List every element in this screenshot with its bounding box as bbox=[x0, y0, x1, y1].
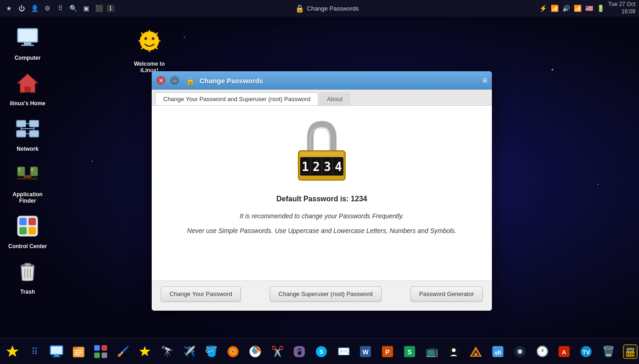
svg-rect-30 bbox=[25, 263, 30, 266]
power-icon[interactable]: ⏻ bbox=[17, 3, 27, 13]
app-finder-icon[interactable]: Application Finder bbox=[5, 159, 51, 207]
grid-icon[interactable]: ⠿ bbox=[55, 3, 65, 13]
taskbar-app-settings[interactable] bbox=[90, 341, 111, 362]
dialog-buttons: Change Your Password Change Superuser (r… bbox=[152, 280, 492, 311]
taskbar-app-teamviewer[interactable]: TV bbox=[576, 341, 597, 362]
star-icon[interactable]: ★ bbox=[4, 3, 14, 13]
taskbar-app-mail[interactable]: ✉️ bbox=[333, 341, 354, 362]
taskbar-app-lock-badge[interactable]: 1234 1234 bbox=[620, 341, 639, 362]
svg-text:P: P bbox=[385, 348, 389, 356]
taskbar-right: ⚡ 📶 🔊 📶 🇺🇸 🔋 Tue 27 Oct 16:09 bbox=[539, 1, 635, 15]
desktop-icons: Computer ilinux's Home bbox=[5, 23, 51, 298]
svg-line-40 bbox=[155, 33, 158, 35]
tab-about[interactable]: About bbox=[319, 92, 350, 105]
taskbar-app-qbit[interactable]: qB bbox=[487, 341, 508, 362]
dialog-tabs: Change Your Password and Superuser (root… bbox=[152, 90, 492, 106]
taskbar-app-files[interactable] bbox=[68, 341, 89, 362]
svg-point-71 bbox=[232, 350, 234, 353]
taskbar-app-firefox[interactable] bbox=[223, 341, 244, 362]
svg-line-39 bbox=[155, 47, 158, 49]
svg-text:3: 3 bbox=[324, 160, 331, 174]
svg-rect-24 bbox=[19, 227, 27, 234]
svg-rect-20 bbox=[17, 178, 38, 180]
change-root-password-button[interactable]: Change Superuser (root) Password bbox=[270, 286, 382, 301]
home-img bbox=[16, 71, 40, 98]
svg-text:📱: 📱 bbox=[296, 348, 304, 356]
taskbar-app-anon[interactable] bbox=[443, 341, 464, 362]
svg-text:A: A bbox=[562, 349, 566, 356]
trash-img bbox=[16, 260, 40, 287]
svg-rect-23 bbox=[29, 218, 36, 225]
welcome-icon[interactable]: Welcome to iLinux! bbox=[124, 25, 175, 76]
svg-rect-8 bbox=[17, 131, 26, 137]
taskbar-app-scissors[interactable]: ✂️ bbox=[267, 341, 288, 362]
taskbar-app-skype[interactable]: S bbox=[311, 341, 332, 362]
taskbar-app-plane[interactable]: ✈️ bbox=[178, 341, 200, 362]
svg-text:1234: 1234 bbox=[627, 353, 634, 356]
lock-image: 1 2 3 4 bbox=[292, 119, 352, 186]
lock-small-icon: 🔒 bbox=[295, 4, 304, 13]
desktop: ★ ⏻ 👤 ⚙ ⠿ 🔍 ▣ ⬛ 1 🔒 Change Passwords ⚡ 📶… bbox=[0, 0, 639, 364]
svg-point-74 bbox=[253, 349, 257, 354]
svg-rect-56 bbox=[51, 347, 62, 354]
taskbar-app-star2[interactable] bbox=[134, 341, 155, 362]
taskbar-app-chrome[interactable] bbox=[245, 341, 266, 362]
settings-icon[interactable]: ⚙ bbox=[42, 3, 52, 13]
computer-img bbox=[16, 26, 40, 53]
taskbar-app-trash[interactable]: 🗑️ bbox=[598, 341, 619, 362]
home-icon[interactable]: ilinux's Home bbox=[5, 68, 51, 109]
computer-icon[interactable]: Computer bbox=[5, 23, 51, 64]
taskbar-app-steam[interactable] bbox=[509, 341, 531, 362]
dialog-menu-button[interactable]: ≡ bbox=[482, 76, 487, 85]
trash-icon[interactable]: Trash bbox=[5, 257, 51, 298]
taskbar-app-anydesk[interactable]: A bbox=[553, 341, 575, 362]
taskbar-app-capture[interactable]: 📺 bbox=[421, 341, 442, 362]
screen-icon[interactable]: ⬛ bbox=[94, 3, 104, 13]
close-button[interactable]: ✕ bbox=[156, 76, 165, 85]
minimize-button[interactable]: – bbox=[170, 76, 179, 85]
user-icon[interactable]: 👤 bbox=[29, 3, 40, 13]
svg-text:S: S bbox=[407, 348, 411, 356]
taskbar-app-dots[interactable]: ⠿ bbox=[24, 341, 45, 362]
taskbar-top: ★ ⏻ 👤 ⚙ ⠿ 🔍 ▣ ⬛ 1 🔒 Change Passwords ⚡ 📶… bbox=[0, 0, 639, 17]
search-icon[interactable]: 🔍 bbox=[68, 3, 78, 13]
taskbar-app-timeshift[interactable]: 🕐 bbox=[531, 341, 553, 362]
taskbar-app-viber[interactable]: 📱 bbox=[289, 341, 310, 362]
taskbar-app-star[interactable] bbox=[2, 341, 23, 362]
workspace-badge[interactable]: 1 bbox=[107, 5, 114, 12]
control-center-icon[interactable]: Control Center bbox=[5, 211, 51, 252]
network-icon-desktop[interactable]: Network bbox=[5, 114, 51, 155]
control-center-img bbox=[16, 214, 40, 241]
app-finder-label: Application Finder bbox=[12, 191, 42, 204]
svg-point-33 bbox=[152, 37, 154, 40]
change-password-button[interactable]: Change Your Password bbox=[161, 286, 241, 301]
svg-rect-6 bbox=[17, 120, 26, 127]
svg-rect-9 bbox=[29, 131, 39, 137]
network-img bbox=[16, 117, 40, 144]
taskbar-app-word[interactable]: W bbox=[355, 341, 376, 362]
dialog-title: Change Passwords bbox=[200, 77, 263, 85]
taskbar-app-binoculars[interactable]: 🔭 bbox=[156, 341, 177, 362]
svg-text:TV: TV bbox=[582, 349, 590, 356]
svg-marker-54 bbox=[6, 346, 18, 357]
control-center-label: Control Center bbox=[8, 243, 47, 250]
warning-text: Never use Simple Passwords. Use Uppercas… bbox=[187, 227, 456, 234]
tab-main[interactable]: Change Your Password and Superuser (root… bbox=[155, 92, 318, 105]
window-icon[interactable]: ▣ bbox=[81, 3, 91, 13]
taskbar-app-monitor[interactable] bbox=[46, 341, 67, 362]
svg-text:2: 2 bbox=[313, 160, 320, 174]
taskbar-center: 🔒 Change Passwords bbox=[295, 4, 359, 13]
taskbar-app-presentation[interactable]: P bbox=[377, 341, 398, 362]
taskbar-app-sheets[interactable]: S bbox=[399, 341, 420, 362]
password-generator-button[interactable]: Password Generator bbox=[411, 286, 483, 301]
svg-rect-5 bbox=[25, 87, 30, 92]
window-title: Change Passwords bbox=[307, 5, 359, 12]
taskbar-app-paint[interactable]: 🖌️ bbox=[112, 341, 133, 362]
taskbar-app-vlc[interactable] bbox=[465, 341, 486, 362]
taskbar-app-bucket[interactable]: 🪣 bbox=[200, 341, 222, 362]
welcome-img bbox=[137, 28, 162, 59]
svg-rect-16 bbox=[18, 168, 20, 171]
svg-rect-44 bbox=[300, 152, 343, 156]
app-finder-img bbox=[16, 162, 40, 189]
svg-point-89 bbox=[474, 353, 477, 356]
